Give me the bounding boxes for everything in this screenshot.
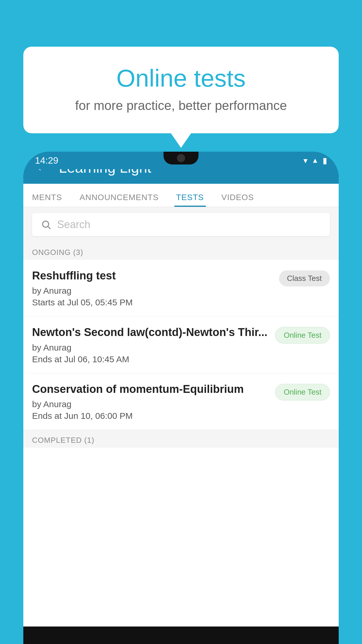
test-title: Newton's Second law(contd)-Newton's Thir… (32, 325, 269, 340)
test-list: Reshuffling test by Anurag Starts at Jul… (23, 260, 339, 430)
bubble-subtitle: for more practice, better performance (47, 98, 315, 113)
status-icons: ▾ ▲ ▮ (303, 156, 327, 165)
test-item[interactable]: Reshuffling test by Anurag Starts at Jul… (23, 260, 339, 316)
completed-section-header: COMPLETED (1) (23, 430, 339, 448)
search-icon (41, 219, 51, 230)
tab-videos[interactable]: VIDEOS (212, 193, 263, 207)
signal-icon: ▲ (312, 156, 319, 164)
phone-notch (164, 152, 198, 164)
tab-tests[interactable]: TESTS (167, 193, 212, 207)
wifi-icon: ▾ (303, 156, 307, 165)
tab-announcements[interactable]: ANNOUNCEMENTS (71, 193, 167, 207)
ongoing-section-header: ONGOING (3) (23, 242, 339, 260)
test-author: by Anurag (32, 343, 269, 353)
phone-frame: 14:29 ▾ ▲ ▮ ← Learning Light MENTS ANNOU… (23, 152, 339, 644)
promo-bubble: Online tests for more practice, better p… (23, 47, 339, 133)
test-info: Newton's Second law(contd)-Newton's Thir… (32, 325, 269, 364)
test-info: Conservation of momentum-Equilibrium by … (32, 382, 269, 421)
test-badge-class: Class Test (279, 270, 330, 286)
test-title: Reshuffling test (32, 269, 273, 283)
search-container: Search (23, 207, 339, 242)
test-badge-online: Online Test (275, 327, 330, 344)
svg-point-0 (43, 221, 49, 227)
test-badge-online: Online Test (275, 384, 330, 400)
test-date: Ends at Jun 10, 06:00 PM (32, 411, 269, 421)
phone-inner: MENTS ANNOUNCEMENTS TESTS VIDEOS Search (23, 184, 339, 626)
test-item[interactable]: Newton's Second law(contd)-Newton's Thir… (23, 316, 339, 373)
test-author: by Anurag (32, 399, 269, 409)
test-title: Conservation of momentum-Equilibrium (32, 382, 269, 396)
tab-ments[interactable]: MENTS (23, 193, 71, 207)
test-date: Ends at Jul 06, 10:45 AM (32, 354, 269, 364)
svg-line-1 (48, 227, 50, 229)
test-item[interactable]: Conservation of momentum-Equilibrium by … (23, 373, 339, 430)
test-author: by Anurag (32, 286, 273, 296)
tabs-bar: MENTS ANNOUNCEMENTS TESTS VIDEOS (23, 184, 339, 207)
bubble-title: Online tests (47, 64, 315, 92)
search-placeholder: Search (57, 218, 90, 231)
status-time: 14:29 (35, 155, 58, 166)
test-date: Starts at Jul 05, 05:45 PM (32, 298, 273, 307)
battery-icon: ▮ (323, 156, 327, 165)
test-info: Reshuffling test by Anurag Starts at Jul… (32, 269, 273, 307)
search-box[interactable]: Search (32, 213, 330, 236)
